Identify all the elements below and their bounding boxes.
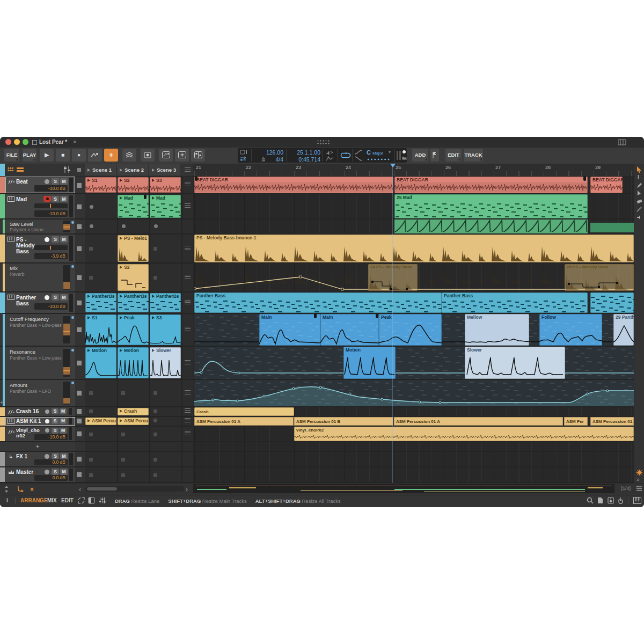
- expand-icon[interactable]: »: [636, 477, 640, 482]
- launcher-clip-pantherbs-3[interactable]: PantherBs: [150, 293, 181, 312]
- time-signature-value[interactable]: 4/4: [267, 156, 283, 163]
- punch-in-icon[interactable]: [240, 150, 250, 155]
- add-clip-button[interactable]: +: [104, 149, 118, 162]
- empty-slot[interactable]: [153, 458, 157, 462]
- pointer-tool-icon[interactable]: [636, 166, 642, 173]
- empty-slot[interactable]: [153, 433, 157, 436]
- launcher-clip-cutoff-peak[interactable]: Peak: [118, 314, 149, 345]
- stop-all-clips-button[interactable]: [77, 168, 81, 172]
- amount-lane-background[interactable]: [194, 380, 634, 406]
- arranger-clip-resonance-motion[interactable]: Motion: [343, 347, 396, 379]
- mixer-panel-icon[interactable]: [99, 497, 106, 504]
- automation-active-dot[interactable]: [71, 349, 74, 352]
- display-profile-icon[interactable]: [618, 139, 626, 145]
- empty-slot[interactable]: [121, 458, 125, 462]
- mute-button[interactable]: M: [60, 418, 67, 424]
- launcher-clip-cutoff-s1[interactable]: S1: [85, 314, 116, 345]
- arranger-automation-icon[interactable]: [325, 156, 334, 162]
- key-root-value[interactable]: C: [367, 149, 371, 156]
- empty-slot[interactable]: [89, 433, 93, 436]
- arranger-clip-25-mad[interactable]: 25 Mad: [394, 194, 588, 218]
- row-options-icon[interactable]: [185, 418, 191, 422]
- fade-in-icon[interactable]: [354, 150, 362, 155]
- audition-tool-icon[interactable]: [636, 215, 642, 220]
- launcher-clip-asm-percu-2[interactable]: ASM Percu: [118, 418, 149, 425]
- arranger-clip-28-ps-melody-bass[interactable]: 28 PS - Melody Bass: [565, 264, 634, 291]
- layers-button[interactable]: [122, 149, 136, 162]
- mixer-icon[interactable]: [63, 165, 70, 173]
- arm-button[interactable]: [45, 295, 49, 300]
- empty-slot[interactable]: [153, 276, 157, 280]
- track-header-ps-melody-bass[interactable]: PS - Melody Bass S M -3.9 dB: [5, 235, 75, 262]
- empty-slot[interactable]: [121, 433, 125, 436]
- empty-slot[interactable]: [89, 473, 93, 477]
- launcher-clip-pantherbs-2[interactable]: PantherBs: [118, 293, 149, 312]
- arranger-clip-asm-a1[interactable]: ASM Percussion 01 A: [194, 417, 294, 426]
- clip-stop-button[interactable]: [77, 204, 82, 209]
- scene-header-3[interactable]: Scene 3: [149, 164, 180, 175]
- panel-toggle-icon[interactable]: [88, 497, 95, 504]
- scroll-right-icon[interactable]: ›: [186, 486, 188, 493]
- empty-slot-dot[interactable]: [154, 224, 158, 228]
- arm-button[interactable]: [45, 409, 49, 414]
- launcher-clip-resonance-motion-1[interactable]: Motion: [85, 347, 116, 378]
- clear-icon[interactable]: ×: [30, 486, 34, 493]
- snap-settings-icon[interactable]: [636, 470, 642, 475]
- lane-fader[interactable]: [63, 382, 70, 405]
- arranger-clip-asm-a2[interactable]: ASM Percussion 01 A: [394, 417, 563, 426]
- key-mode-value[interactable]: Major: [372, 151, 383, 156]
- row-options-icon[interactable]: [185, 203, 191, 208]
- arranger-clip-beat-diggar-1[interactable]: BEAT DIGGAR: [194, 177, 393, 193]
- launcher-clip-beat-s1[interactable]: S1: [85, 177, 116, 193]
- empty-slot[interactable]: [89, 409, 93, 413]
- arranger-clip-cutoff-peak[interactable]: Peak: [379, 314, 442, 346]
- pan-control[interactable]: [34, 245, 68, 250]
- mute-button[interactable]: M: [60, 469, 68, 475]
- empty-slot[interactable]: [89, 391, 93, 395]
- launcher-clip-beat-s2[interactable]: S2: [118, 177, 149, 193]
- cue-marker-button[interactable]: [430, 149, 439, 162]
- row-options-icon[interactable]: [185, 408, 191, 413]
- arranger-clip-resonance-slower[interactable]: Slower: [465, 347, 565, 379]
- arranger-clip-vinyl-choir02[interactable]: vinyl_choir02: [294, 427, 634, 441]
- scene-options-icon[interactable]: [185, 167, 191, 172]
- mute-button[interactable]: M: [60, 408, 67, 414]
- pencil-tool-icon[interactable]: [636, 182, 642, 188]
- mute-button[interactable]: M: [60, 236, 68, 243]
- tab-close-icon[interactable]: ×: [73, 138, 76, 145]
- pan-control[interactable]: [34, 203, 68, 208]
- volume-value[interactable]: 0.0 dB: [34, 475, 68, 481]
- vertical-zoom-icon[interactable]: [4, 486, 9, 493]
- empty-slot[interactable]: [89, 247, 93, 251]
- scene-play-icon[interactable]: [152, 169, 155, 172]
- mute-button[interactable]: M: [60, 178, 68, 185]
- follow-playhead-icon[interactable]: [17, 486, 24, 492]
- arranger-clip-cutoff-29-panther[interactable]: 29 Panther: [613, 314, 634, 346]
- volume-value[interactable]: -10.0 dB: [34, 303, 68, 310]
- key-caret-icon[interactable]: ▾: [389, 150, 391, 155]
- mute-button[interactable]: M: [60, 428, 67, 434]
- arranger-clip-asm-a3[interactable]: ASM Percussion 01 A: [590, 417, 634, 426]
- solo-button[interactable]: S: [52, 236, 59, 243]
- clip-stop-button[interactable]: [77, 361, 82, 365]
- track-header-asm-kit-1[interactable]: ASM Kit 1 S M: [5, 417, 75, 426]
- file-browser-icon[interactable]: [597, 497, 603, 504]
- tab-title[interactable]: Lost Pear *: [39, 139, 67, 145]
- mute-button[interactable]: M: [60, 294, 68, 301]
- lane-header-saw-level[interactable]: Saw Level Polymer » Union: [5, 219, 75, 233]
- solo-button[interactable]: S: [52, 178, 59, 185]
- clip-stop-button[interactable]: [77, 183, 82, 188]
- automation-write-button[interactable]: [88, 149, 102, 162]
- scroll-left-icon[interactable]: ‹: [79, 486, 81, 493]
- automation-follow-button[interactable]: [159, 149, 173, 162]
- panel-tab-mix[interactable]: MIX: [47, 497, 57, 503]
- lanes-view-icon[interactable]: [17, 167, 24, 172]
- clip-stop-button[interactable]: [77, 275, 82, 280]
- arm-button[interactable]: [45, 454, 49, 459]
- empty-slot[interactable]: [153, 419, 157, 422]
- time-value[interactable]: 0:45.714: [288, 156, 320, 163]
- empty-slot[interactable]: [89, 458, 93, 462]
- punch-out-icon[interactable]: [240, 156, 250, 161]
- launcher-clip-mix-s2[interactable]: S2: [118, 264, 149, 291]
- automation-active-dot[interactable]: [71, 316, 74, 319]
